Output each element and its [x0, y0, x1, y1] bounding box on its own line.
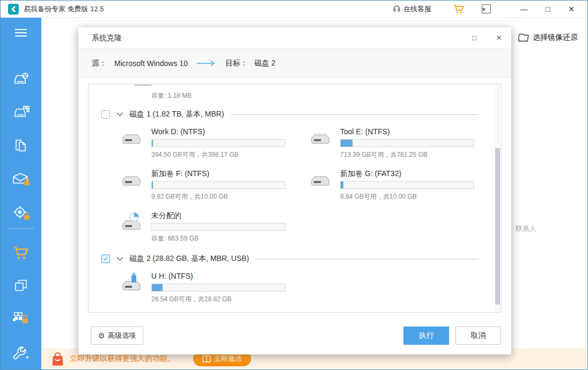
cart-icon[interactable] [453, 4, 465, 14]
dialog-title: 系统克隆 [92, 33, 122, 43]
chevron-down-icon[interactable] [116, 112, 123, 117]
contacts-label: 联系人 [516, 224, 536, 234]
partition-name: 新加卷 G: (FAT32) [340, 169, 471, 180]
usage-bar [151, 139, 285, 147]
usage-bar [151, 181, 285, 189]
location-backup-locked-icon[interactable] [1, 205, 41, 222]
disk-list: 容量: 1.18 MB 磁盘 1 (1.82 TB, 基本, MBR) Work… [88, 84, 502, 313]
arrow-right-icon [196, 60, 217, 67]
disk2-label: 磁盘 2 (28.82 GB, 基本, MBR, USB) [129, 254, 249, 264]
dialog-footer: ⚙ 高级选项 执行 取消 [78, 327, 511, 345]
apps-locked-icon[interactable] [1, 310, 41, 327]
folder-icon [518, 33, 529, 42]
disk2-group-header: ✓ 磁盘 2 (28.82 GB, 基本, MBR, USB) [101, 253, 479, 264]
advanced-options-button[interactable]: ⚙ 高级选项 [91, 327, 143, 345]
headset-icon [393, 5, 401, 13]
hard-drive-icon-clipped [133, 84, 153, 89]
disk1-label: 磁盘 1 (1.82 TB, 基本, MBR) [129, 110, 224, 119]
target-value: 磁盘 2 [254, 59, 276, 68]
unallocated-drive-icon [121, 212, 144, 233]
app-window: 易我备份专家 免费版 12.5 在线客服 ▾ — □ ✕ [0, 0, 588, 370]
hard-drive-icon [310, 133, 331, 147]
partition-row-g[interactable]: 新加卷 G: (FAT32) 9.84 GB可用，共10.00 GB [310, 169, 471, 201]
promo-message: 立即升级以获得更强大的功能。 [70, 354, 175, 364]
partition-row-u-h[interactable]: U H: (NTFS) 26.54 GB可用，共28.82 GB [121, 272, 282, 304]
partition-caption: 9.84 GB可用，共10.00 GB [340, 192, 471, 201]
scrollbar[interactable] [495, 85, 501, 311]
disk2-checkbox[interactable]: ✓ [101, 255, 110, 263]
partition-caption: 713.39 GB可用，共781.25 GB [340, 150, 471, 159]
cancel-button[interactable]: 取消 [455, 327, 501, 345]
source-value: Microsoft Windows 10 [114, 59, 188, 68]
select-image-restore-link[interactable]: 选择镜像还原 [518, 33, 578, 42]
hard-drive-icon [121, 133, 142, 147]
online-support-button[interactable]: 在线客服 [393, 4, 431, 14]
dialog-titlebar: 系统克隆 □ ✕ [78, 27, 511, 49]
target-label: 目标： [225, 59, 248, 68]
disk1-group-header: 磁盘 1 (1.82 TB, 基本, MBR) [101, 109, 479, 120]
minimize-button[interactable]: — [512, 5, 536, 13]
partition-row-tool-e[interactable]: Tool E: (NTFS) 713.39 GB可用，共781.25 GB [310, 127, 471, 159]
usage-bar [340, 139, 474, 147]
source-target-bar: 源： Microsoft Windows 10 目标： 磁盘 2 [78, 49, 511, 78]
source-label: 源： [92, 59, 107, 68]
clone-icon[interactable] [1, 278, 41, 294]
sidebar-cart-icon[interactable] [1, 245, 41, 260]
dialog-close-button[interactable]: ✕ [487, 34, 511, 42]
update-dropdown-icon[interactable]: ▾ [482, 4, 491, 13]
tools-icon[interactable] [1, 345, 41, 361]
titlebar: 易我备份专家 免费版 12.5 在线客服 ▾ — □ ✕ [1, 1, 587, 18]
menu-icon[interactable] [1, 26, 41, 39]
maximize-button[interactable]: □ [536, 5, 560, 13]
usage-bar [151, 223, 285, 231]
partition-name: Work D: (NTFS) [151, 127, 282, 138]
usage-bar [151, 284, 285, 292]
group-divider [255, 259, 479, 259]
group-divider [231, 114, 479, 115]
sidebar-divider [8, 228, 34, 229]
partition-row-work-d[interactable]: Work D: (NTFS) 394.50 GB可用，共398.17 GB [121, 127, 282, 159]
system-clone-dialog: 系统克隆 □ ✕ 源： Microsoft Windows 10 目标： 磁盘 … [78, 27, 511, 354]
mail-backup-locked-icon[interactable] [1, 171, 41, 187]
gear-icon: ⚙ [98, 331, 105, 340]
partition-name: U H: (NTFS) [151, 272, 282, 282]
gift-card-icon [202, 356, 211, 362]
partition-name: 新加卷 F: (NTFS) [151, 169, 282, 180]
partition-name: 未分配的 [151, 211, 282, 222]
partition-caption: 9.92 GB可用，共10.00 GB [151, 192, 282, 201]
hard-drive-icon [310, 175, 331, 188]
app-logo-icon [8, 4, 19, 14]
app-title: 易我备份专家 免费版 12.5 [24, 4, 104, 14]
shopping-bag-icon [51, 352, 64, 366]
close-button[interactable]: ✕ [560, 5, 583, 13]
scrollbar-thumb[interactable] [495, 148, 500, 304]
partition-caption: 容量: 1.18 MB [151, 91, 192, 100]
sidebar [1, 18, 41, 369]
file-backup-icon[interactable] [1, 138, 41, 154]
system-backup-icon[interactable] [1, 71, 41, 89]
hard-drive-icon [121, 175, 142, 188]
partition-row-f[interactable]: 新加卷 F: (NTFS) 9.92 GB可用，共10.00 GB [121, 169, 282, 201]
execute-button[interactable]: 执行 [403, 327, 449, 345]
dialog-maximize-button[interactable]: □ [462, 34, 487, 42]
partition-caption: 容量: 663.59 GB [151, 234, 282, 243]
partition-caption: 26.54 GB可用，共28.82 GB [151, 295, 282, 304]
chevron-down-icon[interactable] [116, 257, 123, 261]
usage-bar [340, 181, 474, 189]
partition-row-unallocated[interactable]: 未分配的 容量: 663.59 GB [121, 211, 282, 243]
usb-drive-icon [121, 272, 144, 293]
partition-name: Tool E: (NTFS) [340, 127, 471, 138]
disk-backup-icon[interactable] [1, 105, 41, 122]
partition-caption: 394.50 GB可用，共398.17 GB [151, 150, 282, 159]
disk1-checkbox[interactable] [101, 110, 110, 119]
